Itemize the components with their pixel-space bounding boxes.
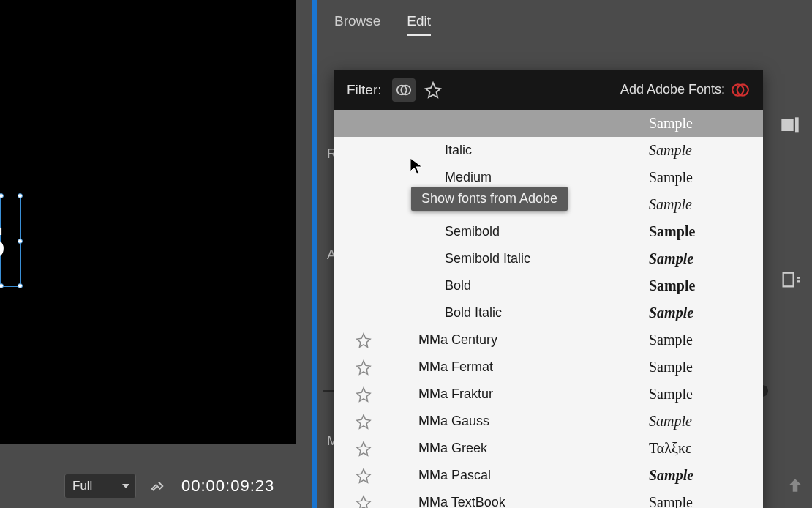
font-sample: Sample — [649, 277, 751, 294]
font-weight-row[interactable]: Semibold ItalicSample — [334, 245, 763, 272]
tooltip: Show fonts from Adobe — [411, 187, 568, 211]
favorite-star-icon[interactable] — [345, 359, 382, 376]
svg-rect-1 — [795, 117, 799, 132]
playback-resolution-value: Full — [72, 479, 92, 493]
font-sample: Sample — [649, 223, 751, 240]
font-family-row[interactable]: MMa GreekΤαλξκε — [334, 435, 763, 462]
font-sample: Sample — [649, 332, 751, 348]
align-tool-icon[interactable] — [775, 111, 805, 141]
font-dropdown-panel: Filter: Add Adobe Fonts: Show fonts from… — [334, 70, 763, 508]
font-weight-name: Italic — [445, 143, 649, 158]
svg-rect-0 — [781, 119, 793, 131]
favorite-star-icon[interactable] — [345, 468, 382, 484]
font-weight-row[interactable]: SemiboldSample — [334, 218, 763, 245]
font-family-name: MMa TextBook — [418, 495, 649, 508]
favorite-star-icon[interactable] — [345, 332, 382, 348]
font-family-row[interactable]: MMa CenturySample — [334, 326, 763, 354]
font-weight-row[interactable]: ItalicSample — [334, 137, 763, 164]
font-list[interactable]: Sample ItalicSampleMediumSampleMedium It… — [334, 110, 763, 508]
font-family-name: MMa Century — [418, 332, 649, 348]
favorite-star-icon[interactable] — [345, 414, 382, 430]
font-family-row[interactable]: MMa TextBookSample — [334, 489, 763, 508]
font-family-row[interactable]: MMa FrakturSample — [334, 381, 763, 408]
favorite-star-icon[interactable] — [345, 386, 382, 403]
font-sample: Sample — [649, 494, 751, 508]
essential-graphics-panel: Browse Edit R A M Filter: Add Adobe Font… — [317, 0, 812, 508]
cursor-icon — [409, 157, 424, 176]
tab-browse[interactable]: Browse — [334, 13, 380, 36]
sample-header: Sample — [649, 115, 751, 132]
font-sample: Ταλξκε — [649, 440, 751, 457]
font-sample: Sample — [649, 359, 751, 376]
font-family-name: MMa Fraktur — [418, 386, 649, 402]
font-sample: Sample — [649, 169, 751, 186]
font-sample: Sample — [649, 196, 751, 213]
svg-rect-2 — [783, 273, 794, 287]
settings-wrench-icon[interactable] — [149, 478, 165, 494]
tab-edit[interactable]: Edit — [407, 13, 431, 36]
font-weight-name: Semibold — [445, 224, 649, 239]
font-family-name: MMa Fermat — [418, 359, 649, 375]
resize-handle[interactable] — [18, 239, 23, 244]
font-weight-name: Medium — [445, 170, 649, 185]
font-weight-row[interactable]: BoldSample — [334, 272, 763, 299]
text-align-icon[interactable] — [775, 265, 805, 294]
program-monitor[interactable]: S — [0, 0, 296, 444]
font-family-name: MMa Pascal — [418, 468, 649, 483]
font-sample: Sample — [649, 305, 751, 321]
font-sample: Sample — [649, 250, 751, 267]
font-family-name: MMa Gauss — [418, 414, 649, 429]
resize-handle[interactable] — [0, 193, 4, 198]
filter-favorites-button[interactable] — [424, 81, 442, 99]
favorite-star-icon[interactable] — [345, 495, 382, 509]
font-weight-name: Semibold Italic — [445, 251, 649, 266]
font-family-row[interactable]: MMa GaussSample — [334, 408, 763, 435]
font-list-header[interactable]: Sample — [334, 110, 763, 137]
font-family-name: MMa Greek — [418, 441, 649, 456]
font-family-row[interactable]: MMa PascalSample — [334, 462, 763, 489]
font-weight-name: Bold Italic — [445, 305, 649, 321]
arrow-up-icon[interactable] — [786, 476, 805, 495]
font-family-row[interactable]: MMa FermatSample — [334, 354, 763, 381]
filter-label: Filter: — [347, 82, 382, 98]
creative-cloud-icon[interactable] — [731, 81, 750, 100]
favorite-star-icon[interactable] — [345, 441, 382, 457]
font-weight-row[interactable]: Bold ItalicSample — [334, 299, 763, 326]
font-weight-name: Bold — [445, 278, 649, 294]
filter-adobe-fonts-button[interactable] — [392, 78, 416, 102]
font-sample: Sample — [649, 467, 751, 484]
resize-handle[interactable] — [18, 193, 23, 198]
resize-handle[interactable] — [18, 283, 23, 288]
font-sample: Sample — [649, 142, 751, 159]
font-sample: Sample — [649, 386, 751, 403]
resize-handle[interactable] — [0, 283, 4, 288]
timecode-display[interactable]: 00:00:09:23 — [181, 477, 274, 496]
add-adobe-fonts-label: Add Adobe Fonts: — [620, 82, 725, 97]
title-text[interactable]: S — [0, 215, 6, 269]
playback-resolution-select[interactable]: Full — [64, 474, 136, 498]
monitor-controls: Full 00:00:09:23 — [0, 464, 312, 508]
font-sample: Sample — [649, 413, 751, 430]
